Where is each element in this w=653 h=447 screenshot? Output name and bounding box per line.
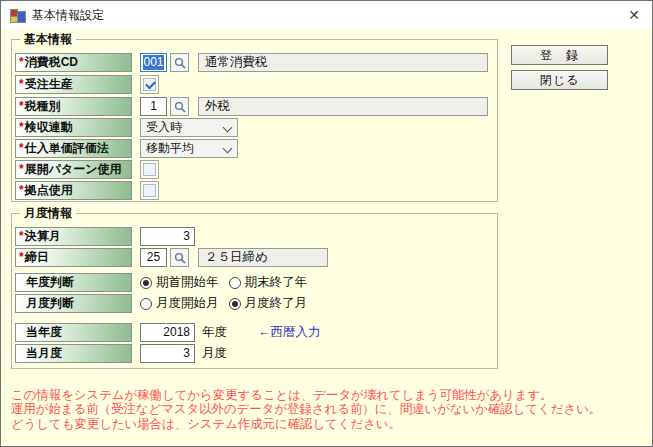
register-button[interactable]: 登 録 (511, 45, 608, 65)
label-closing-day: *締日 (15, 248, 132, 267)
current-year-suffix: 年度 (202, 323, 227, 342)
label-inspection-link: *検収連動 (15, 118, 132, 137)
current-year-input[interactable]: 2018 (140, 323, 195, 342)
label-current-month: 当月度 (15, 344, 132, 363)
label-pattern-use: *展開パターン使用 (15, 160, 132, 179)
label-month-judge: 月度判断 (15, 294, 132, 313)
tax-cd-lookup-button[interactable] (170, 53, 189, 72)
month-judge-radio-group: 月度開始月 月度終了月 (140, 294, 317, 313)
closing-day-lookup-button[interactable] (170, 248, 189, 267)
label-site-use: *拠点使用 (15, 181, 132, 200)
closing-day-input[interactable]: 25 (140, 248, 167, 267)
magnifier-icon (174, 57, 186, 69)
closing-day-description: ２５日締め (198, 248, 328, 267)
pattern-use-checkbox[interactable] (140, 160, 159, 179)
tax-type-description: 外税 (198, 97, 488, 116)
label-tax-type: *税種別 (15, 97, 132, 116)
current-month-suffix: 月度 (202, 344, 227, 363)
dialog-basic-settings: 基本情報設定 ✕ 基本情報 *消費税CD 001 通常消費税 *受注生産 *税種… (0, 0, 653, 447)
radio-month-start[interactable] (140, 298, 152, 310)
tax-type-lookup-button[interactable] (170, 97, 189, 116)
magnifier-icon (174, 252, 186, 264)
inspection-link-select[interactable]: 受入時 (140, 118, 238, 137)
year-judge-radio-group: 期首開始年 期末終了年 (140, 273, 317, 292)
radio-year-end[interactable] (229, 277, 241, 289)
warning-line-3: どうしても変更したい場合は、システム作成元に確認してください。 (11, 417, 601, 431)
radio-month-end[interactable] (229, 298, 241, 310)
close-button[interactable]: 閉じる (511, 70, 608, 90)
chevron-down-icon (223, 144, 233, 154)
required-mark: * (19, 55, 24, 69)
tax-cd-input[interactable]: 001 (140, 53, 167, 72)
magnifier-icon (174, 101, 186, 113)
radio-year-start[interactable] (140, 277, 152, 289)
label-year-judge: 年度判断 (15, 273, 132, 292)
checkbox-mark (143, 163, 156, 176)
warning-line-2: 運用が始まる前（受注などマスタ以外のデータが登録される前）に、間違いがないか確認… (11, 402, 601, 416)
label-order-production: *受注生産 (15, 75, 132, 94)
warning-line-1: この情報をシステムが稼働してから変更することは、データが壊れてしまう可能性があり… (11, 388, 601, 402)
order-production-checkbox[interactable] (140, 75, 159, 94)
tax-cd-description: 通常消費税 (198, 53, 488, 72)
tax-type-input[interactable]: 1 (140, 97, 167, 116)
checkbox-mark (143, 78, 156, 91)
label-fiscal-month: *決算月 (15, 227, 132, 246)
label-tax-cd: *消費税CD (15, 53, 132, 72)
title-bar: 基本情報設定 (1, 1, 652, 29)
western-year-note: ←西暦入力 (258, 323, 321, 342)
label-unit-price-method: *仕入単価評価法 (15, 139, 132, 158)
label-current-year: 当年度 (15, 323, 132, 342)
fiscal-month-input[interactable]: 3 (140, 227, 195, 246)
group-basic-legend: 基本情報 (20, 31, 76, 47)
warning-text: この情報をシステムが稼働してから変更することは、データが壊れてしまう可能性があり… (11, 388, 601, 431)
close-icon[interactable]: ✕ (616, 1, 652, 29)
window-title: 基本情報設定 (32, 7, 104, 24)
tax-cd-value: 001 (143, 55, 164, 70)
current-month-input[interactable]: 3 (140, 344, 195, 363)
checkbox-mark (143, 184, 156, 197)
group-monthly-legend: 月度情報 (20, 205, 76, 221)
unit-price-method-select[interactable]: 移動平均 (140, 139, 238, 158)
chevron-down-icon (223, 123, 233, 133)
site-use-checkbox[interactable] (140, 181, 159, 200)
app-form-icon (10, 8, 24, 22)
